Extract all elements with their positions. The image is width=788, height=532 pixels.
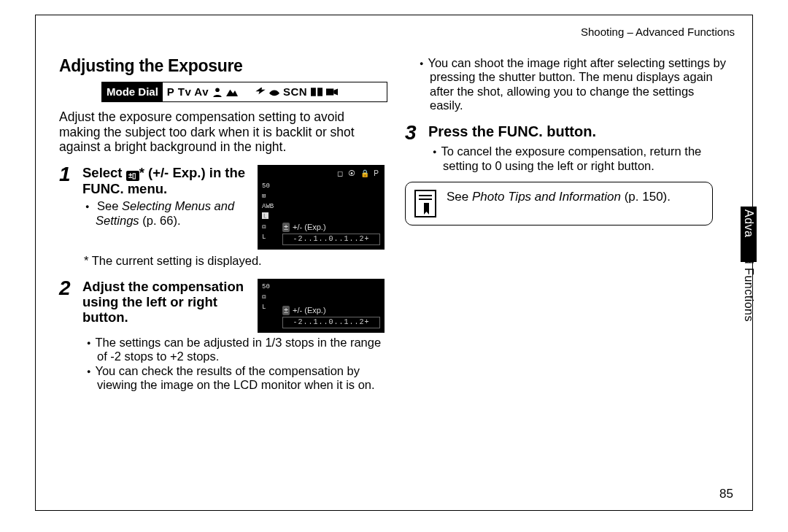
lcd-exp-label-2: ±+/- (Exp.) — [282, 306, 326, 315]
step-3-bullets: To cancel the exposure compensation, ret… — [430, 144, 730, 173]
landscape-icon — [226, 88, 238, 96]
svg-rect-2 — [317, 88, 322, 96]
page-header: Shooting – Advanced Functions — [581, 26, 735, 38]
memo-icon — [414, 190, 436, 217]
step-2-bullet-1: The settings can be adjusted in 1/3 stop… — [97, 336, 385, 364]
step-2-title: Adjust the compensation using the left o… — [82, 279, 250, 325]
lcd-exp-label: ±+/- (Exp.) — [282, 223, 326, 232]
step-1: 1 Select ±▯* (+/- Exp.) in the FUNC. men… — [59, 165, 385, 250]
page-frame: Shooting – Advanced Functions Adjusting … — [35, 15, 753, 511]
step-2-body: Adjust the compensation using the left o… — [82, 279, 250, 333]
lcd-screenshot-1: ◻ ⦿ 🔒 P 50 ⊞ AWB 🅻 ⧈ L ±+/- (Exp.) -2..1… — [258, 165, 385, 250]
two-column-layout: Adjusting the Exposure Mode Dial P Tv Av… — [59, 56, 738, 393]
step-1-title-a: Select — [82, 165, 126, 180]
mode-dial-modes: P Tv Av SCN — [163, 85, 342, 99]
step-1-number: 1 — [59, 165, 75, 250]
slow-shutter-icon — [269, 88, 279, 96]
lcd-left-icons: 50 ⊞ AWB 🅻 ⧈ L — [262, 181, 274, 242]
step-3-body: Press the FUNC. button. — [428, 123, 730, 142]
step-1-title: Select ±▯* (+/- Exp.) in the FUNC. menu. — [82, 165, 250, 196]
stitch-assist-icon — [311, 88, 322, 96]
mode-dial-bar: Mode Dial P Tv Av SCN — [101, 82, 387, 102]
step-1-bullets: See Selecting Menus and Settings (p. 66)… — [82, 199, 250, 228]
svg-rect-1 — [311, 88, 316, 96]
scn-text: SCN — [283, 85, 307, 99]
step-2: 2 Adjust the compensation using the left… — [59, 279, 385, 333]
lcd-screenshot-2: 50 ⧈ L ±+/- (Exp.) -2..1..0..1..2+ — [258, 279, 385, 333]
step-1-footnote: * The current setting is displayed. — [84, 254, 385, 269]
mode-dial-label: Mode Dial — [102, 82, 163, 101]
column-left: Adjusting the Exposure Mode Dial P Tv Av… — [59, 56, 385, 393]
step-3-number: 3 — [405, 123, 421, 142]
step-3-bullet: To cancel the exposure compensation, ret… — [443, 144, 730, 173]
lcd-scale-2: -2..1..0..1..2+ — [282, 317, 380, 328]
step-2-number: 2 — [59, 279, 75, 333]
column-right: You can shoot the image right after sele… — [405, 56, 730, 393]
info-box-text: See Photo Tips and Information (p. 150). — [447, 190, 671, 204]
lcd-left-icons-2: 50 ⧈ L — [262, 282, 270, 312]
svg-point-0 — [215, 88, 220, 93]
info-box: See Photo Tips and Information (p. 150). — [405, 182, 713, 225]
intro-text: Adjust the exposure compensation setting… — [59, 109, 385, 155]
step-2-bullet-2: You can check the results of the compens… — [97, 364, 385, 393]
step-1-body: Select ±▯* (+/- Exp.) in the FUNC. menu.… — [82, 165, 250, 250]
step-3: 3 Press the FUNC. button. — [405, 123, 730, 142]
step-1-bullet: See Selecting Menus and Settings (p. 66)… — [96, 199, 250, 228]
night-scene-icon — [242, 87, 252, 97]
portrait-icon — [212, 87, 223, 97]
mode-text: P Tv Av — [167, 85, 209, 99]
side-tab-text: Advanced Functions — [742, 209, 755, 322]
movie-icon — [326, 88, 338, 96]
side-tab: Advanced Functions — [741, 207, 757, 358]
page-number: 85 — [719, 487, 733, 501]
fast-shutter-icon — [255, 88, 266, 96]
lcd-top-icons: ◻ ⦿ 🔒 P — [337, 169, 380, 178]
continued-bullet: You can shoot the image right after sele… — [430, 56, 730, 113]
svg-rect-3 — [326, 89, 333, 96]
step-2-bullets: The settings can be adjusted in 1/3 stop… — [84, 336, 385, 393]
plus-minus-icon: ±▯ — [126, 171, 139, 181]
col2-top-bullet: You can shoot the image right after sele… — [405, 56, 730, 113]
step-3-title: Press the FUNC. button. — [428, 123, 730, 140]
lcd-scale: -2..1..0..1..2+ — [282, 234, 380, 245]
section-title: Adjusting the Exposure — [59, 56, 385, 76]
